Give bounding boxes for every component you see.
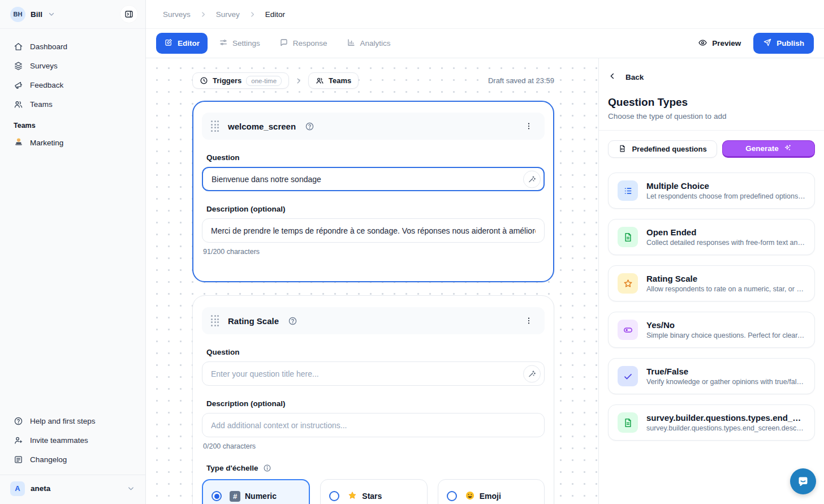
kebab-menu-icon[interactable] (522, 314, 536, 328)
panel-subtitle: Choose the type of question to add (608, 112, 815, 120)
draft-status: Draft saved at 23:59 (488, 76, 554, 85)
tab-analytics[interactable]: Analytics (339, 33, 399, 54)
magic-wand-button[interactable] (523, 170, 541, 188)
type-description: Allow respondents to rate on a numeric, … (646, 285, 805, 293)
radio-icon (447, 491, 457, 501)
scale-option-numeric[interactable]: # Numeric (202, 479, 310, 504)
type-card-yes-no[interactable]: Yes/No Simple binary choice questions. P… (608, 312, 815, 348)
type-card-end-screen[interactable]: survey.builder.questions.types.end_scr..… (608, 404, 815, 441)
changelog-icon (14, 455, 23, 464)
breadcrumb-survey[interactable]: Survey (216, 10, 240, 19)
info-icon[interactable] (263, 464, 271, 472)
trigger-frequency-badge: one-time (246, 76, 282, 86)
tab-response[interactable]: Response (271, 33, 335, 54)
panel-buttons: Predefined questions Generate (608, 140, 815, 158)
help-circle-icon[interactable] (305, 122, 314, 131)
clock-icon (200, 76, 208, 85)
user-plus-icon (14, 436, 23, 445)
preview-button[interactable]: Preview (698, 38, 741, 49)
publish-button[interactable]: Publish (753, 33, 814, 54)
tab-editor[interactable]: Editor (156, 33, 208, 54)
generate-label: Generate (745, 144, 779, 153)
chevron-right-icon (295, 77, 303, 85)
file-code-icon (618, 144, 627, 154)
option-label: Emoji (480, 492, 501, 501)
tab-label: Settings (232, 39, 260, 48)
drag-handle-icon[interactable] (211, 120, 219, 132)
triggers-chip[interactable]: Triggers one-time (192, 72, 289, 89)
type-card-rating-scale[interactable]: Rating Scale Allow respondents to rate o… (608, 265, 815, 301)
back-button[interactable]: Back (608, 72, 815, 82)
generate-button[interactable]: Generate (722, 140, 815, 158)
users-icon (14, 100, 23, 109)
predefined-label: Predefined questions (632, 145, 706, 153)
sidebar-item-marketing[interactable]: Marketing (0, 133, 145, 152)
tab-settings[interactable]: Settings (211, 33, 268, 54)
canvas-inner: Triggers one-time Teams Draft sav (192, 72, 554, 504)
drag-handle-icon[interactable] (211, 315, 219, 326)
scale-type-label: Type d'échelle (206, 464, 540, 472)
predefined-questions-button[interactable]: Predefined questions (608, 140, 717, 158)
char-count: 0/200 characters (203, 442, 543, 450)
sidebar-item-dashboard[interactable]: Dashboard (0, 37, 145, 56)
chat-icon (279, 38, 288, 49)
document-icon (618, 227, 638, 247)
chevron-right-icon (249, 11, 256, 18)
question-card-rating-scale[interactable]: Rating Scale Question (192, 295, 554, 504)
sidebar-item-label: Dashboard (30, 42, 67, 51)
type-card-true-false[interactable]: True/False Verify knowledge or gather op… (608, 358, 815, 394)
sidebar-item-label: Surveys (30, 62, 58, 70)
type-title: True/False (646, 367, 805, 376)
magic-wand-button[interactable] (523, 365, 541, 382)
question-card-welcome-screen[interactable]: welcome_screen Question (192, 101, 554, 282)
teams-section-heading: Teams (0, 114, 145, 133)
list-icon (618, 180, 638, 201)
sidebar-item-label: Changelog (30, 455, 67, 464)
send-icon (763, 38, 772, 49)
team-label: Marketing (30, 139, 63, 147)
card-title: welcome_screen (228, 122, 296, 131)
preview-label: Preview (712, 39, 741, 48)
bar-chart-icon (347, 38, 356, 49)
kebab-menu-icon[interactable] (522, 119, 536, 133)
question-type-list: Multiple Choice Let respondents choose f… (608, 173, 815, 441)
user-name: Bill (31, 10, 42, 19)
breadcrumb-surveys[interactable]: Surveys (163, 10, 191, 19)
toolbar-tabs: Editor Settings Response (156, 33, 399, 54)
help-circle-icon[interactable] (288, 316, 297, 326)
sidebar-item-feedback[interactable]: Feedback (0, 75, 145, 94)
editor-toolbar: Editor Settings Response (146, 29, 824, 58)
sidebar-item-changelog[interactable]: Changelog (0, 450, 145, 469)
sidebar-item-teams[interactable]: Teams (0, 94, 145, 114)
scale-option-stars[interactable]: Stars (320, 479, 427, 504)
sidebar: BH Bill Dashboard Surveys (0, 0, 146, 504)
type-card-open-ended[interactable]: Open Ended Collect detailed responses wi… (608, 219, 815, 255)
sidebar-collapse-button[interactable] (120, 6, 137, 23)
description-input[interactable] (202, 413, 545, 437)
question-title-input[interactable] (202, 167, 545, 191)
survey-canvas[interactable]: Triggers one-time Teams Draft sav (146, 58, 598, 504)
sidebar-item-surveys[interactable]: Surveys (0, 56, 145, 75)
account-menu[interactable]: A aneta (0, 475, 145, 502)
workspace-switcher[interactable]: BH Bill (0, 0, 145, 29)
description-input-wrap (202, 218, 545, 243)
type-description: Collect detailed responses with free-for… (646, 239, 805, 247)
scale-type-label-text: Type d'échelle (206, 464, 258, 472)
chevron-right-icon (200, 11, 207, 18)
char-count: 91/200 characters (203, 248, 543, 256)
chat-launcher-button[interactable] (790, 468, 816, 494)
scale-option-emoji[interactable]: Emoji (438, 479, 545, 504)
sidebar-item-invite[interactable]: Invite teammates (0, 430, 145, 450)
sidebar-nav: Dashboard Surveys Feedback Teams T (0, 29, 145, 152)
radio-icon (329, 491, 339, 501)
sidebar-item-help[interactable]: Help and first steps (0, 411, 145, 430)
sidebar-item-label: Teams (30, 100, 53, 109)
app-root: BH Bill Dashboard Surveys (0, 0, 824, 504)
type-card-multiple-choice[interactable]: Multiple Choice Let respondents choose f… (608, 173, 815, 209)
description-input[interactable] (202, 218, 545, 243)
description-input-wrap (202, 413, 545, 437)
account-avatar: A (10, 481, 25, 496)
triggers-label: Triggers (213, 76, 241, 85)
teams-chip[interactable]: Teams (308, 72, 359, 89)
question-title-input[interactable] (202, 361, 545, 386)
